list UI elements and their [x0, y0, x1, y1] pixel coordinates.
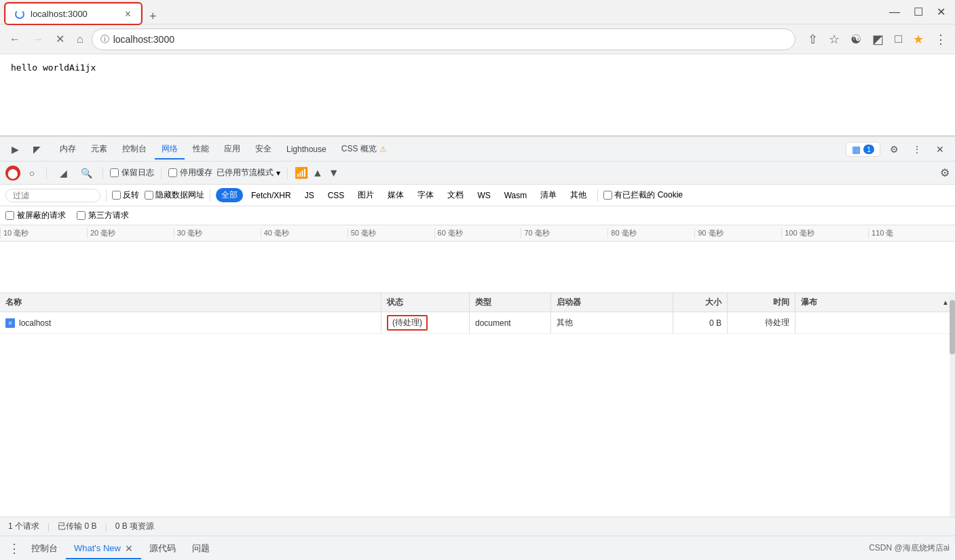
clear-btn[interactable]: ○	[24, 166, 39, 181]
devtools-cursor-icon[interactable]: ▶	[5, 140, 24, 159]
filter-input[interactable]	[5, 189, 100, 202]
filter-tag-media[interactable]: 媒体	[382, 188, 409, 202]
table-row[interactable]: ≡ localhost (待处理) document 其他	[0, 312, 955, 334]
network-table: 名称 状态 类型 启动器 大小 时间	[0, 293, 955, 517]
filter-tag-img[interactable]: 图片	[352, 188, 379, 202]
share-icon[interactable]: ⇧	[805, 29, 821, 50]
profile-icon[interactable]: □	[892, 29, 905, 49]
branding: CSDN @海底烧烤店ai	[869, 542, 950, 554]
blocked-row: 被屏蔽的请求 第三方请求	[0, 206, 955, 225]
lock-icon: ⓘ	[100, 33, 109, 45]
tab-elements[interactable]: 元素	[84, 139, 114, 159]
network-settings-icon[interactable]: ⚙	[940, 167, 950, 179]
minimize-btn[interactable]: —	[885, 5, 904, 20]
bookmark-icon[interactable]: ☆	[826, 29, 842, 50]
col-header-size[interactable]: 大小	[673, 293, 728, 312]
tab-memory[interactable]: 内存	[53, 139, 83, 159]
filter-tag-js[interactable]: JS	[299, 189, 320, 202]
tick-30: 30 毫秒	[174, 228, 261, 238]
menu-icon[interactable]: ⋮	[932, 29, 950, 50]
disable-cache-check[interactable]: 停用缓存	[168, 167, 212, 179]
back-button[interactable]: ←	[5, 29, 24, 50]
tab-console[interactable]: 控制台	[115, 139, 153, 159]
throttle-arrow[interactable]: ▾	[276, 168, 280, 178]
bottom-tab-source[interactable]: 源代码	[141, 537, 184, 560]
record-btn[interactable]: ⬤	[5, 166, 20, 181]
transferred: 已传输 0 B	[58, 521, 96, 532]
bottom-dots-btn[interactable]: ⋮	[5, 538, 23, 559]
row-status: (待处理)	[381, 312, 470, 333]
starred-icon[interactable]: ★	[910, 29, 926, 50]
filter-tag-ws[interactable]: WS	[472, 189, 495, 202]
scrollbar-thumb[interactable]	[950, 300, 955, 354]
tab-favicon	[14, 9, 25, 20]
filter-bar: 反转 隐藏数据网址 全部 Fetch/XHR JS CSS 图片 媒体 字体 文…	[0, 185, 955, 206]
request-count: 1 个请求	[8, 521, 39, 532]
preserve-log-check[interactable]: 保留日志	[110, 167, 154, 179]
col-header-waterfall[interactable]: 瀑布 ▲	[795, 293, 955, 312]
filter-icon[interactable]: ◢	[54, 164, 73, 183]
tab-network[interactable]: 网络	[155, 139, 185, 159]
tab-performance[interactable]: 性能	[186, 139, 216, 159]
address-input[interactable]	[113, 34, 787, 45]
filter-tag-doc[interactable]: 文档	[442, 188, 469, 202]
scrollbar[interactable]	[950, 293, 955, 517]
tick-10: 10 毫秒	[0, 228, 87, 238]
messages-badge[interactable]: ▦ 1	[846, 142, 880, 157]
third-party-check[interactable]: 第三方请求	[77, 210, 129, 221]
bottom-tab-whats-new[interactable]: What's New ✕	[66, 538, 141, 559]
bottom-bar: ⋮ 控制台 What's New ✕ 源代码 问题 CSDN @海底烧烤店ai	[0, 536, 955, 560]
cast-icon[interactable]: ◩	[869, 29, 886, 50]
col-header-name[interactable]: 名称	[0, 293, 381, 312]
css-overview-warning-icon: ⚠	[379, 145, 387, 154]
devtools-device-icon[interactable]: ◤	[27, 140, 46, 159]
stop-button[interactable]: ✕	[52, 29, 69, 50]
tab-lighthouse[interactable]: Lighthouse	[280, 141, 333, 158]
network-toolbar: ⬤ ○ ◢ 🔍 保留日志 停用缓存 已停用节流模式 ▾	[0, 162, 955, 185]
bottom-tab-issues[interactable]: 问题	[184, 537, 218, 560]
forward-button[interactable]: →	[29, 29, 48, 50]
download-icon[interactable]: ▼	[329, 167, 339, 179]
upload-icon[interactable]: ▲	[312, 167, 323, 179]
tab-close-btn[interactable]: ×	[124, 7, 132, 21]
home-button[interactable]: ⌂	[73, 29, 88, 50]
filter-tag-fetch-xhr[interactable]: Fetch/XHR	[246, 189, 297, 202]
tick-100: 100 毫秒	[781, 228, 868, 238]
tab-css-overview[interactable]: CSS 概览 ⚠	[335, 139, 394, 159]
blocked-cookies-check[interactable]: 有已拦截的 Cookie	[603, 189, 683, 201]
tab-application[interactable]: 应用	[217, 139, 247, 159]
devtools-settings-icon[interactable]: ⚙	[884, 140, 903, 159]
devtools-close-icon[interactable]: ✕	[931, 140, 950, 159]
filter-tag-other[interactable]: 其他	[565, 188, 592, 202]
search-icon[interactable]: 🔍	[77, 164, 96, 183]
tick-80: 80 毫秒	[607, 228, 694, 238]
blocked-requests-check[interactable]: 被屏蔽的请求	[5, 210, 66, 221]
row-name: ≡ localhost	[0, 312, 381, 333]
row-waterfall	[795, 312, 955, 333]
filter-tag-css[interactable]: CSS	[322, 189, 350, 202]
col-header-type[interactable]: 类型	[470, 293, 551, 312]
filter-tag-manifest[interactable]: 清单	[535, 188, 562, 202]
filter-tag-wasm[interactable]: Wasm	[499, 189, 533, 202]
col-header-status[interactable]: 状态	[381, 293, 470, 312]
tick-20: 20 毫秒	[87, 228, 174, 238]
invert-check[interactable]: 反转	[112, 189, 139, 201]
devtools-more-icon[interactable]: ⋮	[907, 140, 926, 159]
maximize-btn[interactable]: ☐	[910, 4, 927, 20]
filter-tag-all[interactable]: 全部	[216, 188, 243, 202]
col-header-initiator[interactable]: 启动器	[551, 293, 673, 312]
throttle-label: 已停用节流模式	[217, 167, 274, 179]
extension-icon[interactable]: ☯	[848, 29, 864, 50]
tab-security[interactable]: 安全	[248, 139, 278, 159]
table-body: ≡ localhost (待处理) document 其他	[0, 312, 955, 517]
whats-new-close-icon[interactable]: ✕	[125, 543, 133, 554]
bottom-tab-console[interactable]: 控制台	[23, 537, 66, 560]
wifi-icon[interactable]: 📶	[295, 166, 308, 179]
new-tab-btn[interactable]: +	[141, 10, 165, 24]
filter-tag-font[interactable]: 字体	[412, 188, 439, 202]
address-input-wrap[interactable]: ⓘ	[92, 29, 795, 50]
col-header-time[interactable]: 时间	[728, 293, 795, 312]
browser-tab[interactable]: localhost:3000 ×	[5, 3, 141, 24]
hide-data-urls-check[interactable]: 隐藏数据网址	[145, 189, 204, 201]
window-close-btn[interactable]: ✕	[933, 4, 950, 20]
